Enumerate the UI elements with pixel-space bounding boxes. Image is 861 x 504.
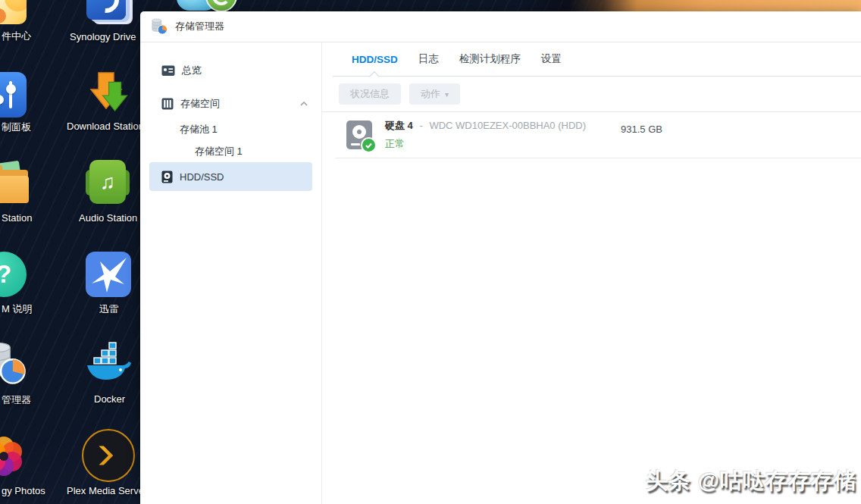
- synology-photos-flower-icon: [0, 434, 27, 479]
- desktop-icon-storage-manager[interactable]: [0, 341, 28, 387]
- desktop-icon-plex-media-server[interactable]: [82, 429, 135, 482]
- caret-down-icon: ▾: [445, 90, 449, 99]
- music-note-icon: ♫: [100, 171, 115, 194]
- main-panel: HDD/SSD 日志 检测计划程序 设置 状况信息 动作▾: [322, 42, 861, 504]
- desktop-label-download-station[interactable]: Download Station: [67, 121, 144, 132]
- tab-hdd-ssd[interactable]: HDD/SSD: [352, 42, 398, 76]
- xunlei-bird-icon: [86, 252, 131, 297]
- tab-log[interactable]: 日志: [418, 42, 439, 76]
- drive-row[interactable]: 硬盘 4 - WDC WD10EZEX-00BBHA0 (HDD) 正常 931…: [336, 112, 861, 158]
- storage-manager-icon: [151, 18, 168, 35]
- cloud-sync-icon[interactable]: [177, 0, 242, 12]
- desktop-label-synology-drive[interactable]: Synology Drive: [70, 31, 136, 42]
- storage-space-icon: [161, 98, 174, 110]
- package-center-icon: [0, 0, 27, 24]
- drive-status: 正常: [385, 137, 586, 151]
- sidebar-item-label: 存储空间 1: [195, 145, 243, 158]
- control-panel-icon: [0, 72, 27, 117]
- tab-bar: HDD/SSD 日志 检测计划程序 设置: [333, 42, 861, 77]
- desktop-icon-dsm-help[interactable]: ?: [0, 252, 27, 297]
- sync-arrows-icon: [205, 0, 237, 12]
- sidebar: 总览 存储空间 存储池 1 存储空间 1: [140, 42, 322, 504]
- desktop-icon-synology-drive[interactable]: [85, 0, 130, 23]
- desktop-icon-audio-station[interactable]: ♫: [86, 160, 131, 205]
- hdd-icon: [161, 171, 173, 183]
- desktop-icon-download-station[interactable]: [86, 70, 131, 116]
- healthy-check-icon: [361, 137, 377, 153]
- desktop-label-synology-photos[interactable]: gy Photos: [2, 485, 45, 496]
- desktop-label-docker[interactable]: Docker: [94, 393, 125, 405]
- desktop-label-xunlei[interactable]: 迅雷: [99, 302, 119, 316]
- sidebar-item-storage-space[interactable]: 存储空间: [149, 89, 312, 118]
- desktop-label-dsm-help[interactable]: M 说明: [2, 302, 32, 316]
- toolbar: 状况信息 动作▾: [322, 77, 861, 112]
- sidebar-item-storage-pool-1[interactable]: 存储池 1: [149, 118, 312, 141]
- window-titlebar[interactable]: 存储管理器: [140, 11, 861, 42]
- hdd-drive-icon: [346, 121, 372, 149]
- sidebar-item-overview[interactable]: 总览: [149, 56, 312, 85]
- action-button[interactable]: 动作▾: [409, 83, 460, 105]
- desktop-label-audio-station[interactable]: Audio Station: [79, 212, 137, 224]
- sidebar-item-label: 存储空间: [180, 97, 220, 111]
- desktop-label-plex-media-server[interactable]: Plex Media Server: [67, 485, 147, 496]
- sidebar-item-label: HDD/SSD: [180, 171, 224, 183]
- sidebar-item-hdd-ssd[interactable]: HDD/SSD: [149, 162, 312, 191]
- desktop-label-file-station[interactable]: Station: [2, 212, 32, 224]
- drive-separator: -: [419, 120, 422, 131]
- sidebar-item-storage-space-1[interactable]: 存储空间 1: [149, 141, 312, 162]
- desktop-icon-docker[interactable]: [85, 341, 130, 387]
- tab-settings[interactable]: 设置: [541, 42, 562, 76]
- storage-manager-window: 存储管理器 总览 存储空间: [140, 11, 861, 504]
- docker-whale-icon: [85, 341, 132, 387]
- synology-drive-icon: [86, 0, 126, 20]
- desktop-icon-package-center[interactable]: [0, 0, 27, 24]
- chevron-up-icon[interactable]: [300, 102, 308, 106]
- health-info-button[interactable]: 状况信息: [339, 83, 401, 105]
- desktop-label-control-panel[interactable]: 制面板: [2, 121, 31, 134]
- desktop-icon-file-station[interactable]: [0, 161, 30, 206]
- tab-test-scheduler[interactable]: 检测计划程序: [459, 42, 521, 76]
- sidebar-item-label: 总览: [182, 64, 202, 77]
- drive-size: 931.5 GB: [621, 124, 662, 135]
- desktop-icon-xunlei[interactable]: [86, 252, 131, 297]
- question-mark-icon: ?: [0, 252, 27, 297]
- plex-chevron-icon: [82, 429, 135, 482]
- overview-icon: [161, 65, 175, 77]
- desktop-label-storage-manager[interactable]: 管理器: [2, 393, 31, 407]
- sidebar-item-label: 存储池 1: [180, 123, 218, 136]
- audio-station-icon: ♫: [86, 160, 130, 204]
- file-station-icon: [0, 161, 30, 205]
- drive-model: WDC WD10EZEX-00BBHA0 (HDD): [429, 120, 586, 131]
- window-title: 存储管理器: [175, 20, 224, 33]
- desktop-icon-synology-photos[interactable]: [0, 434, 27, 479]
- desktop-icon-control-panel[interactable]: [0, 72, 27, 117]
- desktop-label-package-center[interactable]: 件中心: [2, 30, 31, 43]
- download-station-icon: [86, 70, 133, 117]
- drive-info: 硬盘 4 - WDC WD10EZEX-00BBHA0 (HDD) 正常: [385, 119, 586, 151]
- storage-manager-desktop-icon: [0, 341, 27, 385]
- drive-name: 硬盘 4: [385, 120, 413, 131]
- watermark: 头条 @咕哒存存存储: [646, 466, 856, 496]
